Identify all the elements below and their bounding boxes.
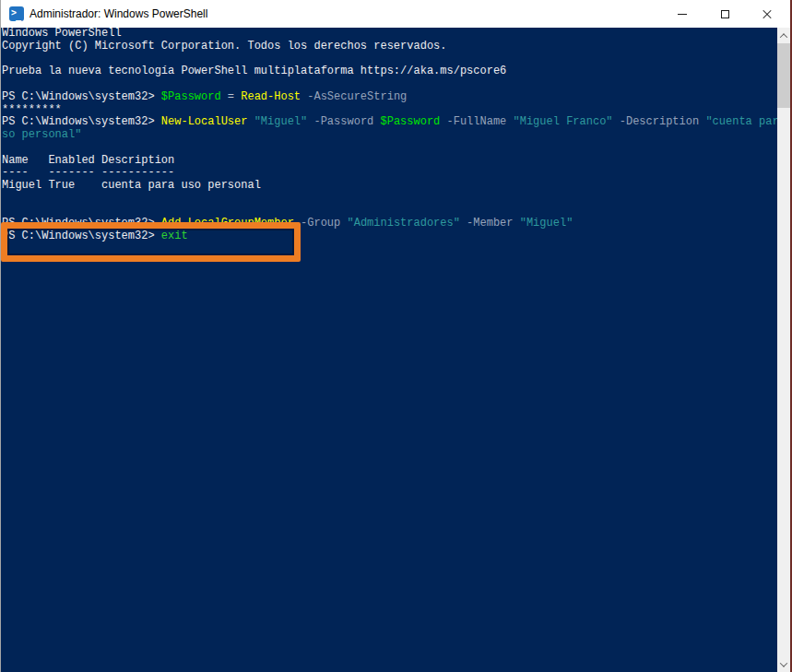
chevron-up-icon xyxy=(780,33,787,41)
maximize-button[interactable] xyxy=(703,0,746,28)
terminal-line xyxy=(2,142,777,155)
terminal-line: Windows PowerShell xyxy=(2,28,777,41)
window-title: Administrador: Windows PowerShell xyxy=(30,7,207,20)
terminal-line: PS C:\Windows\system32> $Password = Read… xyxy=(2,91,777,104)
chevron-down-icon xyxy=(780,659,787,666)
powershell-icon: > _ xyxy=(9,6,24,21)
terminal-line xyxy=(2,78,777,91)
terminal-line xyxy=(2,206,777,218)
terminal-output[interactable]: Windows PowerShellCopyright (C) Microsof… xyxy=(1,28,777,672)
terminal-line: PS C:\Windows\system32> exit xyxy=(2,230,777,243)
terminal-line: ********* xyxy=(2,104,777,117)
terminal-line: Miguel True cuenta para uso personal xyxy=(2,180,777,193)
terminal-line: Copyright (C) Microsoft Corporation. Tod… xyxy=(2,41,777,53)
terminal-line: ---- ------- ----------- xyxy=(2,167,777,180)
maximize-icon xyxy=(721,10,729,18)
terminal-line: Prueba la nueva tecnología PowerShell mu… xyxy=(2,65,777,78)
scrollbar-thumb[interactable] xyxy=(777,43,790,108)
terminal-line xyxy=(2,193,777,206)
terminal-line: PS C:\Windows\system32> New-LocalUser "M… xyxy=(2,116,777,129)
close-button[interactable] xyxy=(746,0,788,28)
close-icon xyxy=(762,8,773,19)
vertical-scrollbar[interactable] xyxy=(777,28,790,672)
minimize-button[interactable] xyxy=(661,0,703,28)
minimize-icon xyxy=(678,14,687,15)
terminal-line: Name Enabled Description xyxy=(2,155,777,168)
scroll-down-button[interactable] xyxy=(777,656,790,672)
scroll-up-button[interactable] xyxy=(777,28,790,43)
terminal-line: so personal" xyxy=(2,129,777,142)
powershell-window: > _ Administrador: Windows PowerShell Wi… xyxy=(0,0,792,672)
terminal-line xyxy=(2,53,777,66)
titlebar: > _ Administrador: Windows PowerShell xyxy=(1,0,790,28)
terminal-line: PS C:\Windows\system32> Add-LocalGroupMe… xyxy=(2,218,777,230)
window-controls xyxy=(661,0,788,28)
